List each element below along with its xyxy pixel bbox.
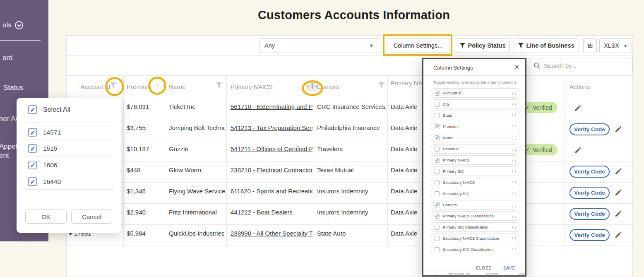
drag-handle-icon[interactable]: ⋮⋮ [511,125,517,129]
verify-code-button[interactable]: Verify Code [570,123,610,135]
checkbox[interactable] [435,247,440,252]
sidebar-item-tools[interactable]: ols [2,21,12,29]
column-settings-item[interactable]: City ⋮⋮ [431,99,520,109]
verify-code-button[interactable]: Verify Code [570,229,610,241]
cell-name: Fritz International [169,209,225,216]
naics-link[interactable]: 611620 - Sports and Recreatio [231,188,312,195]
sidebar-item-appetite-line2[interactable]: ent [0,152,9,160]
edit-pencil-icon[interactable] [574,147,582,154]
naics-link[interactable]: 238210 - Electrical Contractor [231,166,312,173]
edit-pencil-icon[interactable] [615,231,622,238]
checkbox[interactable] [435,191,440,196]
search-input[interactable] [544,62,628,69]
drag-handle-icon[interactable]: ⋮⋮ [511,91,517,95]
column-header-name[interactable]: Name [169,83,185,90]
column-settings-item[interactable]: Primary NAICS Classification ⋮⋮ [431,211,520,221]
policy-status-filter-button[interactable]: Policy Status [456,38,510,53]
column-settings-item[interactable]: Name ⋮⋮ [431,133,520,142]
filter-option[interactable]: 16440 [28,177,61,186]
checkbox[interactable] [435,214,440,219]
checkbox[interactable] [435,169,440,174]
code-status-select[interactable]: Any ▼ [259,38,379,53]
column-header-premium[interactable]: Premium [127,83,151,90]
filter-option[interactable]: 1515 [28,144,57,153]
drag-handle-icon[interactable]: ⋮⋮ [511,181,517,185]
drag-handle-icon[interactable]: ⋮⋮ [511,236,517,241]
drag-handle-icon[interactable]: ⋮⋮ [511,192,517,196]
ok-button[interactable]: OK [25,210,67,224]
filter-option-select-all[interactable]: Select All [28,105,70,114]
checkbox[interactable] [435,102,440,107]
checkbox[interactable] [28,177,37,186]
checkbox[interactable] [28,161,37,169]
drag-handle-icon[interactable]: ⋮⋮ [511,203,517,207]
checkbox[interactable] [435,236,440,241]
sidebar-divider [0,40,41,41]
checkbox[interactable] [28,128,37,137]
edit-pencil-icon[interactable] [615,168,622,175]
checkbox[interactable] [435,113,440,118]
column-header-primary-naics[interactable]: Primary NAICS [231,83,273,90]
chevron-down-circle-icon[interactable] [14,21,24,30]
export-format-select[interactable]: XLSX ▼ [599,38,632,53]
edit-pencil-icon[interactable] [615,210,622,217]
column-settings-item[interactable]: Secondary SIC Classification ⋮⋮ [431,245,520,254]
checkbox[interactable] [435,202,440,207]
verify-code-button[interactable]: Verify Code [570,166,610,178]
verify-code-button[interactable]: Verify Code [570,187,610,199]
checkbox[interactable] [435,225,440,230]
column-settings-item[interactable]: Primary SIC ⋮⋮ [431,166,520,176]
drag-handle-icon[interactable]: ⋮⋮ [511,136,517,140]
column-settings-item[interactable]: Carriers ⋮⋮ [431,200,520,210]
column-settings-item[interactable]: Secondary NAICS Classification ⋮⋮ [431,234,520,243]
checkbox[interactable] [435,91,440,96]
drag-handle-icon[interactable]: ⋮⋮ [511,147,517,151]
drag-handle-icon[interactable]: ⋮⋮ [511,169,517,173]
filter-icon[interactable] [378,82,384,88]
checkbox[interactable] [435,135,440,140]
drag-handle-icon[interactable]: ⋮⋮ [511,158,517,162]
close-icon[interactable]: ✕ [514,63,519,71]
drag-handle-icon[interactable]: ⋮⋮ [511,248,517,252]
sidebar-item-appetite-line1[interactable]: Appet [0,142,17,151]
column-settings-item[interactable]: Primary NAICS ⋮⋮ [431,155,520,165]
edit-pencil-icon[interactable] [615,189,622,196]
naics-link[interactable]: 441222 - Boat Dealers [231,209,312,216]
drag-handle-icon[interactable]: ⋮⋮ [511,214,517,218]
column-settings-item[interactable]: Revenue ⋮⋮ [431,144,520,154]
checkbox[interactable] [435,124,440,129]
edit-pencil-icon[interactable] [615,125,622,133]
cancel-button[interactable]: Cancel [71,210,112,224]
modal-header: Column Settings ✕ [423,59,525,76]
checkbox[interactable] [435,180,440,185]
checkbox[interactable] [28,105,37,114]
sidebar-item-status[interactable]: Status [3,84,23,92]
edit-pencil-icon[interactable] [574,104,582,112]
line-of-business-filter-button[interactable]: Line of Business [514,38,579,53]
checkbox[interactable] [435,158,440,163]
filter-icon[interactable] [216,82,222,88]
search-box[interactable] [529,58,632,73]
column-settings-item[interactable]: Premium ⋮⋮ [431,122,520,131]
naics-link[interactable]: 541213 - Tax Preparation Servi [231,124,312,131]
naics-link[interactable]: 238990 - All Other Specialty Tr [231,230,312,237]
checkbox[interactable] [28,144,37,153]
verify-code-button[interactable]: Verify Code [570,208,610,220]
sidebar-item-dashboard[interactable]: ard [2,54,13,62]
column-settings-item[interactable]: Secondary SIC ⋮⋮ [431,189,520,198]
filter-option[interactable]: 1606 [28,161,57,169]
checkbox[interactable] [435,147,440,152]
drag-handle-icon[interactable]: ⋮⋮ [511,102,517,106]
column-settings-item[interactable]: Account Id ⋮⋮ [431,88,520,98]
naics-link[interactable]: 561710 - Exterminating and Pe [231,103,312,110]
drag-handle-icon[interactable]: ⋮⋮ [511,225,517,229]
filter-option[interactable]: 14571 [28,128,61,137]
column-settings-item[interactable]: Secondary NAICS ⋮⋮ [431,178,520,187]
save-button[interactable]: SAVE [503,265,515,270]
naics-link[interactable]: 541211 - Offices of Certified Pu [231,145,312,152]
download-button[interactable] [583,38,597,53]
drag-handle-icon[interactable]: ⋮⋮ [511,113,517,118]
close-button[interactable]: CLOSE [476,265,492,270]
column-settings-item[interactable]: State ⋮⋮ [431,111,520,120]
column-settings-item[interactable]: Primary SIC Classification ⋮⋮ [431,222,520,232]
